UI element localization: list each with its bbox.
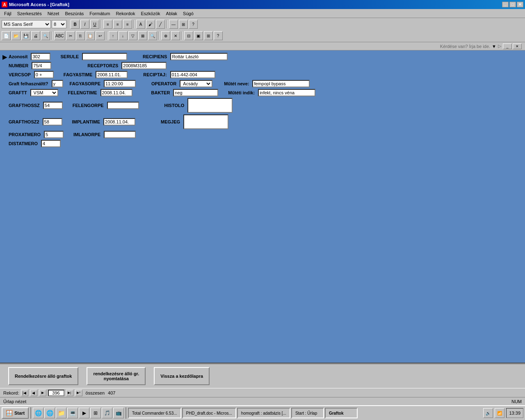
db-window-btn[interactable]: ▣ [194,31,203,40]
operator-select[interactable]: Acsády [180,80,212,87]
serule-input[interactable] [82,53,127,60]
menu-tools[interactable]: Eszközök [138,10,162,17]
grafthosz2-input[interactable] [43,118,62,126]
graft-felhasznalt-input[interactable] [52,80,63,87]
line-width-button[interactable]: — [169,20,178,29]
line-color-button[interactable]: ╱ [156,20,165,29]
delete-record-btn[interactable]: ✕ [171,31,180,40]
properties-btn[interactable]: ⊟ [184,31,193,40]
taskbar-pc-icon[interactable]: 💻 [67,408,78,418]
reciptaj-input[interactable] [170,71,215,78]
mutet-indik-input[interactable] [258,89,315,96]
mutet-neve-input[interactable] [252,80,310,87]
print-btn[interactable]: 🖨 [31,31,40,40]
bakter-input[interactable] [173,89,218,96]
menu-format[interactable]: Formátum [87,10,112,17]
taskbar-misc2-icon[interactable]: 📺 [113,408,124,418]
filter-apply-btn[interactable]: ⊠ [138,31,147,40]
align-left-button[interactable]: ≡ [103,20,112,29]
menu-help[interactable]: Súgó [180,10,196,17]
taskbar-media-icon[interactable]: ▶ [79,408,89,418]
start-icon: 🪟 [6,410,13,416]
restore-button[interactable]: □ [509,2,516,7]
align-center-button[interactable]: ≡ [113,20,122,29]
vissza-button[interactable]: Vissza a kezdőlapra [154,367,210,385]
menu-edit[interactable]: Szerkesztés [15,10,44,17]
menu-view[interactable]: Nézet [45,10,62,17]
nav-prev-button[interactable]: ◀ [30,390,37,396]
fagyasorpe-input[interactable] [104,80,136,87]
receptorzs-input[interactable] [121,62,167,69]
nav-next-button[interactable]: ▶ [39,390,46,396]
distatmero-input[interactable] [41,140,61,147]
menu-file[interactable]: Fájl [2,10,14,17]
font-name-select[interactable]: MS Sans Serif [2,20,51,28]
nyomtatas-button[interactable]: rendelkezésre álló gr. nyomtatása [87,367,146,385]
start-button[interactable]: 🪟 Start [2,407,29,419]
tray-icon1[interactable]: 🔊 [483,408,493,418]
taskbar-homograft[interactable]: homograft : adatbázis [... [237,408,290,418]
vercsop-input[interactable] [34,71,54,78]
recipiens-input[interactable] [170,53,228,60]
tray-icon2[interactable]: 📶 [495,408,504,418]
new-record-btn[interactable]: ⊕ [161,31,170,40]
help2-btn[interactable]: ? [214,31,223,40]
open-btn[interactable]: 📂 [11,31,21,40]
filter-btn[interactable]: ▽ [128,31,137,40]
paste-btn[interactable]: 📋 [86,31,95,40]
fagyastime-input[interactable] [96,71,128,78]
azonosit-input[interactable] [31,53,50,60]
taskbar-ie2-icon[interactable]: 🌐 [44,408,55,418]
felengtime-input[interactable] [100,89,132,96]
sort-desc-btn[interactable]: ↓ [119,31,128,40]
taskbar-graftok[interactable]: Graftok [325,408,358,418]
proxatmero-input[interactable] [44,131,64,138]
grafthossz-input[interactable] [43,102,63,109]
nav-last-button[interactable]: ▶| [66,390,73,396]
nav-first-button[interactable]: |◀ [21,390,28,396]
megjeg-input[interactable] [183,114,228,129]
help-close-btn[interactable]: ✕ [513,43,522,49]
align-right-button[interactable]: ≡ [123,20,132,29]
save-btn[interactable]: 💾 [21,31,30,40]
underline-button[interactable]: U [90,20,99,29]
cut-btn[interactable]: ✂ [66,31,75,40]
taskbar-folder-icon[interactable]: 📁 [56,408,66,418]
minimize-button[interactable]: _ [502,2,509,7]
felengorpe-input[interactable] [107,102,139,109]
sort-asc-btn[interactable]: ↑ [109,31,118,40]
italic-button[interactable]: I [80,20,89,29]
record-number-input[interactable] [48,390,64,396]
taskbar-ie-icon[interactable]: 🌐 [33,408,43,418]
font-size-select[interactable]: 8 [52,20,66,28]
fill-color-button[interactable]: 🖌 [146,20,155,29]
preview-btn[interactable]: 🔍 [41,31,50,40]
taskbar-word[interactable]: PHD_draft.doc - Micros... [182,408,236,418]
close-button[interactable]: ✕ [517,2,523,7]
nav-new-button[interactable]: ▶* [75,390,82,396]
taskbar-start-urlap[interactable]: Start : Űrlap [291,408,324,418]
taskbar-player-icon[interactable]: 🎵 [102,408,112,418]
graftt-select[interactable]: VSM [30,89,58,96]
implantime-input[interactable] [103,118,135,126]
taskbar-totalcmd[interactable]: Total Commander 6.53... [128,408,181,418]
special-btn1[interactable]: ⊞ [179,20,188,29]
help-button[interactable]: ? [189,20,198,29]
font-color-button[interactable]: A [136,20,145,29]
new-btn[interactable]: 📄 [2,31,11,40]
histolo-input[interactable] [187,98,233,113]
menu-window[interactable]: Ablak [164,10,180,17]
taskbar-misc-icon[interactable]: ⊞ [90,408,101,418]
rendelkezesre-button[interactable]: Rendelkezésre álló graftok [8,367,78,385]
copy-btn[interactable]: ⎘ [76,31,85,40]
number-input[interactable] [32,62,51,69]
menu-records[interactable]: Rekordok [113,10,137,17]
bold-button[interactable]: B [71,20,80,29]
undo-btn[interactable]: ↩ [96,31,105,40]
help-min-btn[interactable]: _ [503,43,512,49]
new-object-btn[interactable]: ⊞ [204,31,213,40]
implanorpe-input[interactable] [104,131,136,138]
menu-insert[interactable]: Beszúrás [62,10,86,17]
search-btn[interactable]: 🔍 [148,31,157,40]
spell-btn[interactable]: ABC [54,31,65,40]
